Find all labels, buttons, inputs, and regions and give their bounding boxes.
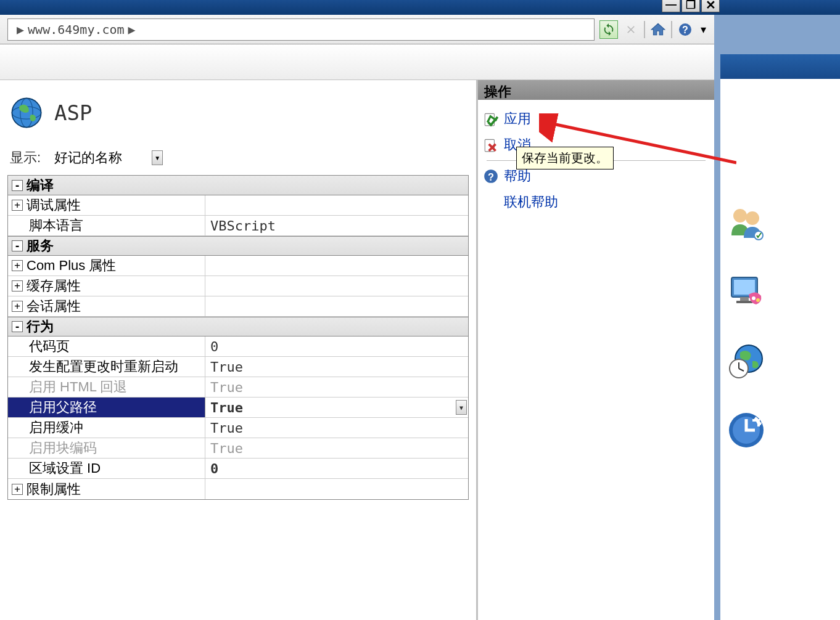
row-enable-parent-paths[interactable]: 启用父路径 True▼ <box>8 398 468 418</box>
row-enable-chunked[interactable]: 启用块编码 True <box>8 438 468 459</box>
row-complus-props[interactable]: +Com Plus 属性 <box>8 256 468 276</box>
edge-body <box>720 79 840 451</box>
page-header: ASP <box>7 88 469 144</box>
svg-text:?: ? <box>682 25 688 35</box>
expand-icon[interactable]: + <box>12 280 23 292</box>
home-button[interactable] <box>649 20 667 39</box>
script-language-value[interactable]: VBScript <box>205 216 468 235</box>
enable-chunked-value: True <box>205 438 468 458</box>
toolbar-separator <box>644 21 645 38</box>
breadcrumb-url: www.649my.com <box>28 22 125 37</box>
toolbar-separator <box>671 21 672 38</box>
breadcrumb-arrow-icon: ▶ <box>125 22 139 37</box>
toolbar-strip <box>0 44 714 80</box>
delete-icon <box>625 23 637 36</box>
expand-icon[interactable]: + <box>12 301 23 312</box>
svg-point-18 <box>756 298 760 302</box>
chevron-down-icon[interactable]: ▼ <box>456 400 467 415</box>
expand-icon[interactable]: + <box>12 484 23 495</box>
display-dropdown[interactable]: 好记的名称 ▼ <box>48 148 165 168</box>
expand-icon[interactable]: + <box>12 260 23 271</box>
help-icon: ? <box>483 168 499 184</box>
row-limit-props[interactable]: +限制属性 <box>8 479 468 499</box>
svg-line-28 <box>550 123 736 163</box>
row-restart-on-config[interactable]: 发生配置更改时重新启动 True <box>8 357 468 377</box>
maximize-button[interactable]: ❐ <box>681 0 700 12</box>
actions-header: 操作 <box>478 80 714 100</box>
toolbar-buttons: ? ▾ <box>599 20 708 39</box>
svg-rect-14 <box>734 280 755 295</box>
delete-button[interactable] <box>622 20 640 39</box>
edge-time-region-icon[interactable] <box>724 340 770 382</box>
breadcrumb[interactable]: ▶ www.649my.com ▶ <box>7 18 595 41</box>
row-debug-props[interactable]: +调试属性 <box>8 195 468 216</box>
close-button[interactable]: ✕ <box>701 0 720 12</box>
code-page-value[interactable]: 0 <box>205 337 468 356</box>
right-edge-panel <box>719 54 840 620</box>
locale-id-value[interactable]: 0 <box>205 459 468 478</box>
globe-icon <box>10 96 43 129</box>
enable-buffering-value[interactable]: True <box>205 418 468 438</box>
action-apply-label: 应用 <box>504 110 531 128</box>
main-pane: ASP 显示: 好记的名称 ▼ - 编译 +调试属性 脚本语言 VBScript <box>0 80 478 620</box>
apply-icon <box>483 111 499 127</box>
refresh-button[interactable] <box>599 20 618 39</box>
expand-icon[interactable]: + <box>12 200 23 211</box>
edge-personalize-icon[interactable] <box>724 271 770 313</box>
collapse-icon[interactable]: - <box>12 180 23 191</box>
window-controls: — ❐ ✕ <box>662 0 720 12</box>
svg-point-17 <box>752 296 756 300</box>
svg-point-10 <box>733 209 747 222</box>
annotation-arrow <box>539 113 736 169</box>
display-label: 显示: <box>10 149 41 167</box>
edge-titlebar <box>720 54 840 79</box>
section-compile[interactable]: - 编译 <box>8 176 468 195</box>
row-code-page[interactable]: 代码页 0 <box>8 337 468 357</box>
section-behavior[interactable]: - 行为 <box>8 317 468 337</box>
action-online-help-label: 联机帮助 <box>504 193 558 211</box>
edge-users-icon[interactable] <box>724 202 770 244</box>
home-icon <box>650 22 666 38</box>
page-title: ASP <box>54 100 92 125</box>
collapse-icon[interactable]: - <box>12 321 23 332</box>
enable-html-fallback-value: True <box>205 377 468 397</box>
edge-ease-of-access-icon[interactable] <box>724 409 770 451</box>
row-enable-buffering[interactable]: 启用缓冲 True <box>8 418 468 438</box>
minimize-button[interactable]: — <box>662 0 680 12</box>
row-session-props[interactable]: +会话属性 <box>8 296 468 317</box>
row-script-language[interactable]: 脚本语言 VBScript <box>8 216 468 236</box>
svg-text:?: ? <box>488 171 494 182</box>
property-grid: - 编译 +调试属性 脚本语言 VBScript - 服务 +Com Plus … <box>7 175 469 500</box>
collapse-icon[interactable]: - <box>12 240 23 251</box>
display-value: 好记的名称 <box>54 149 122 167</box>
row-enable-html-fallback[interactable]: 启用 HTML 回退 True <box>8 377 468 398</box>
enable-parent-paths-value[interactable]: True▼ <box>205 398 468 417</box>
cancel-icon <box>483 137 499 153</box>
row-locale-id[interactable]: 区域设置 ID 0 <box>8 459 468 479</box>
section-service[interactable]: - 服务 <box>8 236 468 256</box>
action-help-label: 帮助 <box>504 167 531 186</box>
action-online-help[interactable]: 联机帮助 <box>480 189 712 215</box>
svg-rect-15 <box>740 297 749 301</box>
svg-rect-16 <box>736 301 752 303</box>
title-bar: — ❐ ✕ <box>0 0 840 15</box>
row-cache-props[interactable]: +缓存属性 <box>8 276 468 296</box>
help-dropdown-button[interactable]: ▾ <box>698 20 708 39</box>
help-icon: ? <box>678 22 693 37</box>
breadcrumb-arrow-icon: ▶ <box>13 22 28 37</box>
restart-on-config-value[interactable]: True <box>205 357 468 377</box>
chevron-down-icon: ▼ <box>152 150 163 165</box>
help-button[interactable]: ? <box>676 20 694 39</box>
svg-point-11 <box>746 211 759 225</box>
address-bar: ▶ www.649my.com ▶ ? ▾ <box>0 15 714 44</box>
display-row: 显示: 好记的名称 ▼ <box>7 144 469 175</box>
refresh-icon <box>602 23 616 36</box>
